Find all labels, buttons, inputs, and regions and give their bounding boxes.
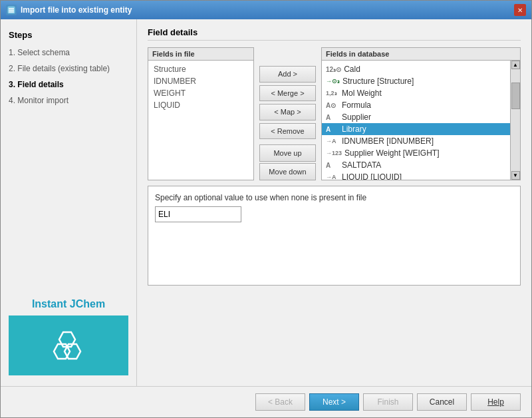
list-item[interactable]: A SALTDATA (322, 159, 510, 171)
move-down-button[interactable]: Move down (259, 163, 316, 180)
steps-list: 1. Select schema 2. File details (existi… (9, 47, 128, 110)
back-button[interactable]: < Back (255, 393, 305, 411)
remove-button[interactable]: < Remove (259, 123, 316, 140)
close-button[interactable]: ✕ (514, 4, 526, 16)
fields-in-file-label: Fields in file (148, 48, 253, 61)
field-details-area: Fields in file Structure IDNUMBER WEIGHT… (148, 47, 521, 386)
finish-button[interactable]: Finish (363, 393, 413, 411)
list-item[interactable]: →A LIQUID [LIQUID] (322, 171, 510, 180)
list-item[interactable]: A Library (322, 123, 510, 135)
action-buttons: Add > < Merge > < Map > < Remove Move up… (259, 47, 316, 180)
list-item[interactable]: →123 Supplier Weight [WEIGHT] (322, 147, 510, 159)
list-item[interactable]: IDNUMBER (148, 75, 253, 87)
footer: < Back Next > Finish Cancel Help (1, 386, 531, 417)
list-item[interactable]: WEIGHT (148, 87, 253, 99)
add-button[interactable]: Add > (259, 66, 316, 83)
brand-logo (9, 315, 128, 375)
list-item[interactable]: 1,2₃ Mol Weight (322, 87, 510, 99)
title-bar: Import file into existing entity ✕ (1, 1, 531, 19)
field-type-icon: →⊙₃ (326, 78, 340, 85)
field-type-icon: A (326, 162, 339, 169)
window-title: Import file into existing entity (21, 5, 132, 15)
content-area: Steps 1. Select schema 2. File details (… (1, 19, 531, 386)
optional-value-panel: Specify an optional value to use when no… (148, 186, 521, 286)
field-type-icon: →A (326, 174, 339, 180)
list-item[interactable]: Structure (148, 63, 253, 75)
sidebar-title: Steps (9, 30, 128, 40)
field-type-icon: 12₃⊙ (326, 66, 341, 73)
step-2: 2. File details (existing table) (9, 63, 128, 75)
list-item[interactable]: 12₃⊙ Cald (322, 63, 510, 75)
list-item[interactable]: A Supplier (322, 111, 510, 123)
merge-button[interactable]: < Merge > (259, 85, 316, 102)
step-3: 3. Field details (9, 79, 128, 91)
map-button[interactable]: < Map > (259, 104, 316, 120)
list-item[interactable]: →A IDNUMBER [IDNUMBER] (322, 135, 510, 147)
list-item[interactable]: A⊙ Formula (322, 99, 510, 111)
brand-area: Instant JChem (9, 298, 128, 375)
field-type-icon: 1,2₃ (326, 90, 339, 97)
field-type-icon: →123 (326, 150, 342, 156)
title-bar-left: Import file into existing entity (6, 5, 132, 15)
scrollbar[interactable]: ▲ ▼ (510, 61, 520, 180)
db-scrollable: 12₃⊙ Cald →⊙₃ Structure [Structure] 1,2₃ (322, 61, 520, 180)
brand-logo-icon (49, 325, 88, 365)
optional-value-input[interactable] (155, 206, 241, 222)
cancel-button[interactable]: Cancel (417, 393, 467, 411)
fields-in-file-panel: Fields in file Structure IDNUMBER WEIGHT… (148, 47, 254, 180)
field-type-icon: A⊙ (326, 102, 339, 109)
field-type-icon: →A (326, 138, 339, 144)
sidebar: Steps 1. Select schema 2. File details (… (1, 19, 137, 386)
scroll-up-button[interactable]: ▲ (511, 61, 520, 69)
top-panels: Fields in file Structure IDNUMBER WEIGHT… (148, 47, 521, 180)
db-list-container[interactable]: 12₃⊙ Cald →⊙₃ Structure [Structure] 1,2₃ (322, 61, 510, 180)
fields-in-db-label: Fields in database (322, 48, 520, 61)
fields-in-db-panel: Fields in database 12₃⊙ Cald →⊙₃ (321, 47, 521, 180)
scrollbar-thumb[interactable] (511, 83, 520, 109)
help-button[interactable]: Help (471, 393, 521, 411)
svg-marker-6 (54, 344, 70, 359)
move-buttons: Move up Move down (259, 144, 316, 180)
main-panel: Field details Fields in file Structure I… (137, 19, 531, 386)
step-1: 1. Select schema (9, 47, 128, 59)
field-type-icon: A (326, 126, 339, 133)
optional-label: Specify an optional value to use when no… (155, 193, 513, 202)
main-window: Import file into existing entity ✕ Steps… (0, 0, 532, 418)
list-item[interactable]: →⊙₃ Structure [Structure] (322, 75, 510, 87)
brand-text: Instant JChem (32, 298, 105, 310)
field-type-icon: A (326, 114, 339, 121)
next-button[interactable]: Next > (309, 393, 359, 411)
list-item[interactable]: LIQUID (148, 99, 253, 111)
section-title: Field details (148, 27, 521, 41)
step-4: 4. Monitor import (9, 95, 128, 106)
window-icon (6, 5, 17, 15)
move-up-button[interactable]: Move up (259, 144, 316, 162)
scroll-down-button[interactable]: ▼ (511, 171, 520, 180)
fields-in-db-list: 12₃⊙ Cald →⊙₃ Structure [Structure] 1,2₃ (322, 61, 510, 180)
fields-in-file-list: Structure IDNUMBER WEIGHT LIQUID (148, 61, 253, 180)
